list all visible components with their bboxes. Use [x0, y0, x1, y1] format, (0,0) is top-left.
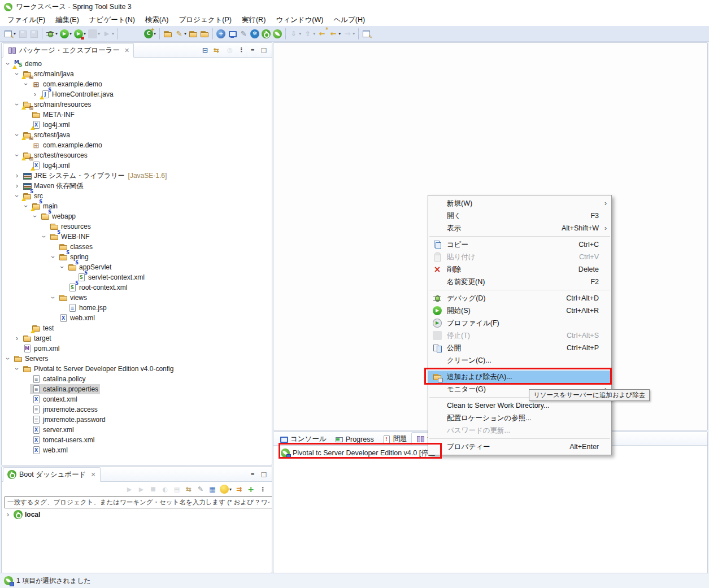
external-tools-button[interactable]: ▶: [101, 28, 115, 40]
bd-restart-button[interactable]: ◐: [159, 483, 171, 495]
new-package-button[interactable]: [132, 28, 143, 40]
ctx-open[interactable]: 開く F3: [428, 210, 611, 222]
tree-item[interactable]: S main: [2, 201, 272, 211]
ctx-browse-deploy-location[interactable]: 配置ロケーションの参照...: [428, 412, 611, 424]
dropdown-arrow-icon[interactable]: [69, 31, 72, 36]
dropdown-arrow-icon[interactable]: [353, 31, 355, 36]
bd-stop-button[interactable]: ■: [147, 483, 159, 495]
dropdown-arrow-icon[interactable]: [98, 31, 100, 36]
tree-item[interactable]: S appServlet: [2, 262, 272, 272]
bd-start-button[interactable]: ▶: [124, 483, 135, 495]
tree-item[interactable]: M pom.xml: [2, 343, 272, 354]
open-type-button[interactable]: [199, 28, 210, 40]
expander-icon[interactable]: [13, 365, 21, 372]
bd-view-menu-button[interactable]: ⋮: [257, 483, 268, 495]
dropdown-arrow-icon[interactable]: [84, 31, 86, 36]
menu-help[interactable]: ヘルプ(H): [328, 14, 370, 26]
tree-item[interactable]: JS HomeController.java: [2, 89, 272, 99]
open-web-browser-button[interactable]: +: [215, 28, 227, 40]
forward-button[interactable]: →: [342, 28, 356, 40]
menu-edit[interactable]: 編集(E): [50, 14, 84, 26]
ctx-show-in[interactable]: 表示 Alt+Shift+W: [428, 222, 611, 234]
tree-item[interactable]: test: [2, 323, 272, 333]
ctx-stop[interactable]: 停止(T) Ctrl+Alt+S: [428, 329, 611, 342]
mark-occurrences-button[interactable]: ✎: [238, 28, 249, 40]
expander-icon[interactable]: [31, 91, 39, 98]
stop-button[interactable]: [87, 28, 101, 40]
tree-item[interactable]: X log4j.xml: [2, 120, 272, 130]
expander-icon[interactable]: [4, 355, 12, 362]
devtools-button[interactable]: [260, 28, 272, 40]
bd-reorder-button[interactable]: ⇉: [233, 483, 245, 495]
expander-icon[interactable]: [58, 264, 66, 271]
expander-icon[interactable]: [13, 193, 21, 199]
tab-console[interactable]: コンソール: [275, 433, 330, 445]
tree-item[interactable]: resources: [2, 221, 272, 232]
tab-progress[interactable]: Progress: [330, 433, 378, 445]
boot-filter-input[interactable]: [5, 496, 272, 508]
tree-item[interactable]: Pivotal tc Server Developer Edition v4.0…: [2, 364, 272, 374]
focus-button[interactable]: ◎: [224, 45, 236, 56]
package-explorer-tab[interactable]: パッケージ・エクスプローラー: [3, 43, 134, 58]
run-button[interactable]: ▶: [59, 28, 73, 40]
tree-item[interactable]: ≡ jmxremote.password: [2, 415, 272, 425]
tree-item[interactable]: ⊞ com.example.demo: [2, 79, 272, 89]
spring-button[interactable]: [272, 28, 283, 40]
menu-file[interactable]: ファイル(F): [2, 14, 50, 26]
ctx-clean[interactable]: クリーン(C)...: [428, 354, 611, 367]
bd-properties-button[interactable]: ▦: [207, 483, 218, 495]
expander-icon[interactable]: [22, 203, 30, 210]
save-all-button[interactable]: [28, 28, 40, 40]
ctx-clean-work-dir[interactable]: Clean tc Server Work Directory...: [428, 399, 611, 412]
preferences-button[interactable]: ✻: [249, 28, 260, 40]
bd-guides-button[interactable]: [219, 483, 233, 495]
tree-item[interactable]: Maven 依存関係: [2, 181, 272, 191]
tree-item[interactable]: S WEB-INF: [2, 232, 272, 242]
ctx-rename[interactable]: 名前変更(N) F2: [428, 276, 611, 288]
tree-item[interactable]: JRE システム・ライブラリー [JavaSE-1.6]: [2, 171, 272, 181]
link-with-editor-button[interactable]: ⇆: [211, 45, 222, 56]
open-task-button[interactable]: [162, 28, 173, 40]
ctx-copy[interactable]: コピー Ctrl+C: [428, 238, 611, 251]
tree-item[interactable]: X tomcat-users.xml: [2, 435, 272, 445]
search-button[interactable]: ✎: [173, 28, 188, 40]
expander-icon[interactable]: [31, 213, 39, 220]
dropdown-arrow-icon[interactable]: [112, 31, 114, 36]
ctx-properties[interactable]: プロパティー Alt+Enter: [428, 441, 611, 453]
tree-item[interactable]: ⊞ src/main/resources: [2, 99, 272, 110]
tree-item[interactable]: X context.xml: [2, 394, 272, 404]
import-button[interactable]: ⇩: [288, 28, 302, 40]
expander-icon[interactable]: [13, 172, 21, 179]
tree-item[interactable]: ⊞ src/main/java: [2, 69, 272, 79]
new-wizard-button[interactable]: [3, 28, 17, 40]
expander-icon[interactable]: [4, 511, 12, 518]
ctx-profile[interactable]: ▶ プロファイル(F): [428, 317, 611, 329]
menu-navigate[interactable]: ナビゲート(N): [84, 14, 140, 26]
tree-item[interactable]: S spring: [2, 252, 272, 262]
bd-edit-button[interactable]: ✎: [195, 483, 206, 495]
expander-icon[interactable]: [13, 335, 21, 342]
tree-item[interactable]: SS servlet-context.xml: [2, 272, 272, 282]
dropdown-arrow-icon[interactable]: [299, 31, 301, 36]
expander-icon[interactable]: [13, 101, 21, 108]
tree-item[interactable]: ≡ jmxremote.access: [2, 404, 272, 415]
bd-link-button[interactable]: ⇆: [183, 483, 194, 495]
expander-icon[interactable]: [22, 81, 30, 88]
expander-icon[interactable]: [13, 182, 21, 189]
tree-item[interactable]: Servers: [2, 354, 272, 364]
save-button[interactable]: [17, 28, 28, 40]
boot-dashboard-tab[interactable]: Boot ダッシュボード: [3, 467, 101, 482]
open-resource-button[interactable]: [188, 28, 199, 40]
tree-item[interactable]: X log4j.xml: [2, 160, 272, 171]
tree-item[interactable]: views: [2, 293, 272, 303]
view-menu-button[interactable]: ⋮: [236, 45, 247, 56]
ctx-delete[interactable]: × 削除 Delete: [428, 263, 611, 276]
expander-icon[interactable]: [13, 71, 21, 77]
tree-item[interactable]: ≡ catalina.policy: [2, 374, 272, 384]
maximize-button[interactable]: □: [258, 45, 269, 56]
tree-item[interactable]: X web.xml: [2, 313, 272, 323]
tree-item[interactable]: ≡ home.jsp: [2, 303, 272, 313]
minimize-button[interactable]: ▬: [247, 469, 258, 480]
menu-run[interactable]: 実行(R): [237, 14, 271, 26]
tree-item[interactable]: SS root-context.xml: [2, 282, 272, 293]
